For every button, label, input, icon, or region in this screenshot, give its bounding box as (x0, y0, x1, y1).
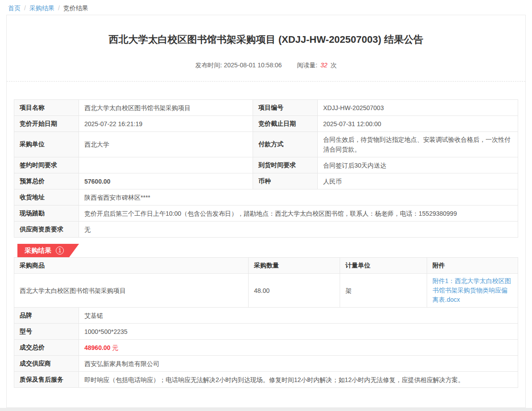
bid-start-value: 2025-07-22 16:21:19 (79, 116, 253, 132)
qualification-label: 供应商资质要求 (14, 222, 79, 238)
purchaser-label: 采购单位 (14, 132, 79, 157)
result-table: 采购商品 采购数量 计量单位 附件 西北大学太白校区图书馆书架采购项目 48.0… (14, 257, 518, 308)
procurement-result-ribbon: 采购结果 1 (17, 244, 79, 257)
deal-price-value: 48960.00 元 (79, 340, 518, 356)
model-value: 1000*500*2235 (79, 324, 518, 340)
site-visit-label: 现场踏勘 (14, 206, 79, 222)
breadcrumb-separator: / (24, 4, 26, 12)
table-row: 预算总价 57600.00 币种 人民币 (14, 173, 518, 189)
breadcrumb-separator: / (58, 4, 60, 12)
brand-label: 品牌 (14, 308, 79, 324)
page-footer-strip (0, 408, 532, 411)
address-label: 收货地址 (14, 189, 79, 206)
warranty-label: 质保及售后服务 (14, 372, 79, 388)
deal-price-number: 48960.00 (84, 344, 110, 351)
sign-time-value (79, 157, 253, 173)
breadcrumb-link-results[interactable]: 采购结果 (29, 4, 54, 12)
product-cell: 西北大学太白校区图书馆书架采购项目 (14, 274, 249, 308)
table-row: 质保及售后服务 即时响应（包括电话响应）；电话响应无法解决2小时内到达现场。修复… (14, 372, 518, 388)
brand-value: 艾基锘 (79, 308, 518, 324)
address-value: 陕西省西安市碑林区**** (79, 189, 518, 206)
publish-time-label: 发布时间: (195, 62, 222, 69)
site-visit-value: 竞价开启后第三个工作日上午10:00（包含公告发布日），踏勘地点：西北大学太白校… (79, 206, 518, 222)
publish-time-value: 2025-08-01 10:58:06 (224, 62, 282, 69)
delivery-time-value: 合同签订后30天内送达 (318, 157, 518, 173)
header-unit: 计量单位 (340, 258, 427, 274)
breadcrumb-current: 竞价结果 (63, 4, 88, 12)
payment-label: 付款方式 (253, 132, 318, 157)
model-label: 型号 (14, 324, 79, 340)
qualification-value: 无 (79, 222, 518, 238)
sign-time-label: 签约时间要求 (14, 157, 79, 173)
read-count-unit: 次 (330, 62, 337, 69)
supplier-label: 成交供应商 (14, 356, 79, 372)
breadcrumb-link-home[interactable]: 首页 (8, 4, 21, 12)
header-attachment: 附件 (427, 258, 518, 274)
bid-end-label: 竞价截止日期 (253, 116, 318, 132)
publish-meta: 发布时间: 2025-08-01 10:58:06 阅读量: 32 次 (7, 61, 525, 70)
table-row: 采购单位 西北大学 付款方式 合同生效后，待货物到达指定地点、安装调试验收合格后… (14, 132, 518, 157)
table-row: 项目名称 西北大学太白校区图书馆书架采购项目 项目编号 XDJJ-HW-2025… (14, 100, 518, 116)
deal-price-label: 成交总价 (14, 340, 79, 356)
table-row: 签约时间要求 到货时间要求 合同签订后30天内送达 (14, 157, 518, 173)
attachment-link[interactable]: 附件1：西北大学太白校区图书馆书架采购货物类响应偏离表.docx (432, 276, 512, 304)
purchaser-value: 西北大学 (79, 132, 253, 157)
bid-start-label: 竞价开始日期 (14, 116, 79, 132)
bid-end-value: 2025-07-31 12:00:00 (318, 116, 518, 132)
table-row: 供应商资质要求 无 (14, 222, 518, 238)
dashed-divider (7, 81, 525, 82)
header-product: 采购商品 (14, 258, 249, 274)
header-quantity: 采购数量 (249, 258, 340, 274)
project-no-value: XDJJ-HW-202507003 (318, 100, 518, 116)
currency-value: 人民币 (318, 173, 518, 189)
read-count-label: 阅读量: (297, 62, 317, 69)
table-row: 竞价开始日期 2025-07-22 16:21:19 竞价截止日期 2025-0… (14, 116, 518, 132)
table-row: 西北大学太白校区图书馆书架采购项目 48.00 架 附件1：西北大学太白校区图书… (14, 274, 518, 308)
project-info-table: 项目名称 西北大学太白校区图书馆书架采购项目 项目编号 XDJJ-HW-2025… (14, 99, 518, 238)
currency-label: 币种 (253, 173, 318, 189)
project-name-value: 西北大学太白校区图书馆书架采购项目 (79, 100, 253, 116)
quantity-cell: 48.00 (249, 274, 340, 308)
read-count-value: 32 (320, 62, 328, 69)
budget-value: 57600.00 (79, 173, 253, 189)
project-no-label: 项目编号 (253, 100, 318, 116)
delivery-time-label: 到货时间要求 (253, 157, 318, 173)
ribbon-count-badge: 1 (56, 247, 64, 255)
payment-value: 合同生效后，待货物到达指定地点、安装调试验收合格后，一次性付清合同货款。 (318, 132, 518, 157)
table-row: 型号 1000*500*2235 (14, 324, 518, 340)
deal-price-unit: 元 (112, 344, 118, 351)
ribbon-label: 采购结果 (25, 247, 51, 255)
result-detail-table: 品牌 艾基锘 型号 1000*500*2235 成交总价 48960.00 元 … (14, 307, 518, 388)
warranty-value: 即时响应（包括电话响应）；电话响应无法解决2小时内到达现场。修复时间12小时内解… (79, 372, 518, 388)
attachment-cell: 附件1：西北大学太白校区图书馆书架采购货物类响应偏离表.docx (427, 274, 518, 308)
supplier-value: 西安弘新家具制造有限公司 (79, 356, 518, 372)
table-row: 品牌 艾基锘 (14, 308, 518, 324)
budget-label: 预算总价 (14, 173, 79, 189)
table-header-row: 采购商品 采购数量 计量单位 附件 (14, 258, 518, 274)
breadcrumb: 首页/采购结果/竞价结果 (0, 0, 532, 15)
unit-cell: 架 (340, 274, 427, 308)
table-row: 现场踏勘 竞价开启后第三个工作日上午10:00（包含公告发布日），踏勘地点：西北… (14, 206, 518, 222)
page-title: 西北大学太白校区图书馆书架采购项目 (XDJJ-HW-202507003) 结果… (7, 33, 525, 46)
table-row: 成交总价 48960.00 元 (14, 340, 518, 356)
project-name-label: 项目名称 (14, 100, 79, 116)
table-row: 成交供应商 西安弘新家具制造有限公司 (14, 356, 518, 372)
table-row: 收货地址 陕西省西安市碑林区**** (14, 189, 518, 206)
announcement-card: 西北大学太白校区图书馆书架采购项目 (XDJJ-HW-202507003) 结果… (6, 15, 526, 408)
